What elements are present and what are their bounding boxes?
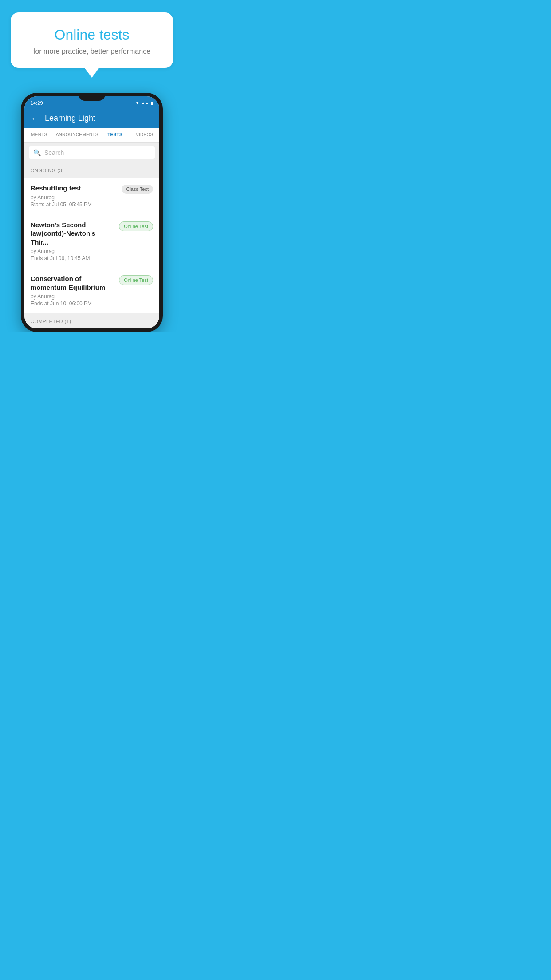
test-name-3: Conservation of momentum-Equilibrium [31, 274, 114, 292]
phone-mockup: 14:29 ▼ ▲▲ ▮ ← Learning Light MENTS ANNO… [21, 93, 163, 332]
test-time-3: Ends at Jun 10, 06:00 PM [31, 300, 114, 307]
test-info-2: Newton's Second law(contd)-Newton's Thir… [31, 221, 119, 262]
test-item-2[interactable]: Newton's Second law(contd)-Newton's Thir… [24, 214, 159, 269]
phone-notch [79, 93, 105, 101]
search-container: 🔍 Search [24, 143, 159, 162]
test-name-2: Newton's Second law(contd)-Newton's Thir… [31, 221, 114, 247]
test-name-1: Reshuffling test [31, 184, 117, 193]
app-bar: ← Learning Light [24, 109, 159, 128]
signal-icon: ▲▲ [141, 101, 149, 105]
test-badge-2: Online Test [119, 221, 153, 231]
completed-label: COMPLETED (1) [31, 319, 71, 324]
search-input-wrap[interactable]: 🔍 Search [29, 146, 155, 159]
test-info-3: Conservation of momentum-Equilibrium by … [31, 274, 119, 307]
ongoing-section-header: ONGOING (3) [24, 162, 159, 178]
phone-screen: 14:29 ▼ ▲▲ ▮ ← Learning Light MENTS ANNO… [24, 96, 159, 328]
test-info-1: Reshuffling test by Anurag Starts at Jul… [31, 184, 122, 208]
tab-announcements[interactable]: ANNOUNCEMENTS [54, 128, 100, 142]
back-button[interactable]: ← [31, 113, 39, 123]
status-icons: ▼ ▲▲ ▮ [135, 101, 153, 105]
test-item-1[interactable]: Reshuffling test by Anurag Starts at Jul… [24, 178, 159, 214]
test-badge-1: Class Test [122, 185, 153, 194]
wifi-icon: ▼ [135, 101, 139, 105]
tab-ments[interactable]: MENTS [24, 128, 54, 142]
speech-bubble-section: Online tests for more practice, better p… [0, 0, 184, 68]
test-badge-3: Online Test [119, 275, 153, 285]
bubble-subtitle: for more practice, better performance [23, 47, 161, 55]
completed-section-header: COMPLETED (1) [24, 313, 159, 328]
test-list: Reshuffling test by Anurag Starts at Jul… [24, 178, 159, 313]
tab-tests[interactable]: TESTS [100, 128, 130, 142]
search-icon: 🔍 [33, 149, 41, 156]
test-item-3[interactable]: Conservation of momentum-Equilibrium by … [24, 268, 159, 313]
status-time: 14:29 [31, 100, 43, 106]
tabs-container: MENTS ANNOUNCEMENTS TESTS VIDEOS [24, 128, 159, 143]
test-time-2: Ends at Jul 06, 10:45 AM [31, 255, 114, 261]
battery-icon: ▮ [151, 101, 153, 105]
phone-outer: 14:29 ▼ ▲▲ ▮ ← Learning Light MENTS ANNO… [21, 93, 163, 332]
bubble-title: Online tests [23, 27, 161, 43]
test-author-3: by Anurag [31, 293, 114, 300]
test-author-1: by Anurag [31, 194, 117, 201]
test-author-2: by Anurag [31, 248, 114, 254]
search-input[interactable]: Search [44, 149, 64, 156]
speech-bubble: Online tests for more practice, better p… [11, 12, 173, 68]
tab-videos[interactable]: VIDEOS [130, 128, 159, 142]
app-title: Learning Light [45, 114, 95, 123]
ongoing-label: ONGOING (3) [31, 168, 64, 173]
test-time-1: Starts at Jul 05, 05:45 PM [31, 202, 117, 208]
